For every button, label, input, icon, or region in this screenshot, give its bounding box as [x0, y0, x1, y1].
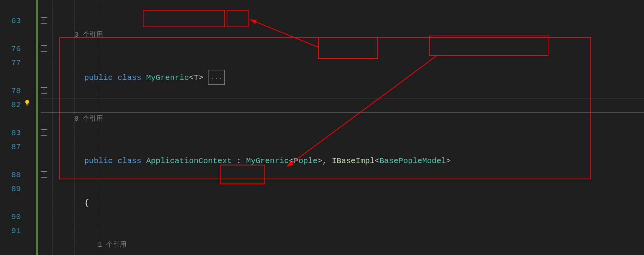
code-area[interactable]: 3 个引用 public class MyGrenric<T> ... 0 个引…	[60, 0, 451, 255]
svg-rect-1	[26, 106, 28, 106]
keyword: class	[117, 157, 141, 165]
punct: >	[199, 73, 204, 82]
fold-collapse-icon[interactable]: −	[41, 171, 47, 178]
keyword: public	[84, 157, 113, 165]
type-name: Pople	[294, 157, 318, 165]
fold-expand-icon[interactable]: +	[41, 87, 47, 94]
line-number	[0, 196, 23, 210]
fold-expand-icon[interactable]: +	[41, 129, 47, 136]
brace: {	[84, 199, 89, 207]
line-number: 91	[0, 224, 23, 238]
codelens-references[interactable]: 0 个引用	[74, 115, 103, 123]
type-name: ApplicationContext	[146, 157, 232, 165]
line-number	[0, 0, 23, 14]
type-param: T	[194, 73, 199, 82]
line-number: 63	[0, 14, 23, 28]
codelens-references[interactable]: 3 个引用	[74, 31, 103, 39]
line-number: 82	[0, 98, 23, 112]
line-number: 90	[0, 210, 23, 224]
fold-expand-icon[interactable]: +	[41, 17, 47, 24]
punct: :	[232, 157, 246, 165]
lightbulb-icon[interactable]	[23, 98, 31, 105]
type-name: MyGrenric	[146, 73, 189, 82]
line-number: 88	[0, 168, 23, 182]
line-number: 78	[0, 84, 23, 98]
outline-guide	[53, 0, 53, 255]
code-editor[interactable]: 63 76 77 78 82 83 87 88 89 90 91 + − + +…	[0, 0, 644, 255]
line-number-gutter: 63 76 77 78 82 83 87 88 89 90 91	[0, 0, 23, 238]
line-number	[0, 28, 23, 42]
fold-collapse-icon[interactable]: −	[41, 45, 47, 52]
change-indicator	[36, 0, 38, 255]
line-number	[0, 154, 23, 168]
svg-rect-0	[26, 104, 28, 105]
type-name: BasePopleModel	[379, 157, 446, 165]
punct: ,	[322, 157, 332, 165]
line-number: 87	[0, 140, 23, 154]
line-number: 83	[0, 126, 23, 140]
line-number	[0, 112, 23, 126]
punct: <	[289, 157, 294, 165]
interface-name: IBaseImpl	[332, 157, 374, 165]
line-number	[0, 70, 23, 84]
punct: <	[375, 157, 380, 165]
line-number: 76	[0, 42, 23, 56]
line-number: 89	[0, 182, 23, 196]
line-number: 77	[0, 56, 23, 70]
codelens-references[interactable]: 1 个引用	[98, 241, 127, 249]
collapsed-region[interactable]: ...	[208, 70, 225, 85]
punct: <	[189, 73, 194, 82]
type-name: MyGrenric	[246, 157, 289, 165]
punct: >	[446, 157, 451, 165]
punct: >	[318, 157, 323, 165]
keyword: public	[84, 73, 113, 82]
keyword: class	[117, 73, 141, 82]
